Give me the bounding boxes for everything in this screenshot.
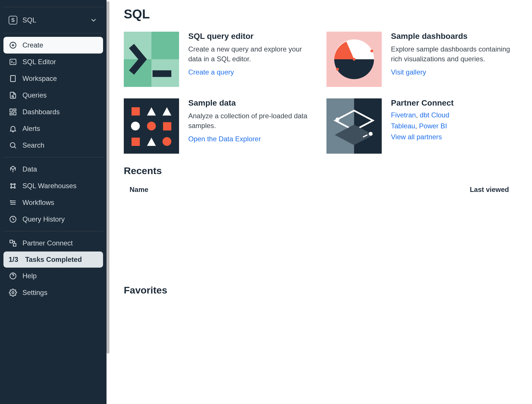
svg-rect-3 xyxy=(10,59,16,65)
sidebar-item-data[interactable]: Data xyxy=(3,161,103,178)
fivetran-link[interactable]: Fivetran xyxy=(391,111,416,119)
main-content: SQL SQL query editor Create a new query … xyxy=(107,0,532,404)
svg-point-19 xyxy=(11,184,12,185)
scrollbar[interactable] xyxy=(107,1,109,354)
svg-rect-49 xyxy=(132,107,140,116)
sidebar-item-queries[interactable]: Queries xyxy=(3,87,103,104)
svg-point-7 xyxy=(12,96,13,97)
sidebar: S SQL Create SQL Editor Workspace Querie… xyxy=(0,0,107,404)
svg-rect-42 xyxy=(153,70,171,77)
svg-rect-32 xyxy=(13,243,16,246)
sidebar-item-label: Data xyxy=(22,165,37,173)
divider xyxy=(3,33,103,33)
sidebar-item-label: Settings xyxy=(22,289,48,297)
sidebar-brand-switcher[interactable]: S SQL xyxy=(3,11,103,30)
sidebar-item-partner-connect[interactable]: Partner Connect xyxy=(3,235,103,251)
svg-point-57 xyxy=(162,137,171,146)
sidebar-item-label: Query History xyxy=(22,215,65,223)
card-sample-dashboards: Sample dashboards Explore sample dashboa… xyxy=(326,32,515,87)
sidebar-item-search[interactable]: Search xyxy=(3,137,103,154)
sidebar-item-label: Help xyxy=(22,272,37,280)
card-desc: Analyze a collection of pre-loaded data … xyxy=(188,111,312,130)
svg-point-52 xyxy=(131,122,140,131)
scrollbar-thumb[interactable] xyxy=(107,1,109,354)
chevron-down-icon xyxy=(89,16,98,24)
dashboard-icon xyxy=(9,108,17,116)
sidebar-item-workspace[interactable]: Workspace xyxy=(3,70,103,87)
open-data-explorer-link[interactable]: Open the Data Explorer xyxy=(188,135,261,143)
sidebar-item-tasks-completed[interactable]: 1/3 Tasks Completed xyxy=(3,251,103,268)
sidebar-item-query-history[interactable]: Query History xyxy=(3,211,103,228)
dbt-cloud-link[interactable]: dbt Cloud xyxy=(420,111,449,119)
card-sql-editor: SQL query editor Create a new query and … xyxy=(124,32,312,87)
workflows-icon xyxy=(9,198,17,207)
svg-rect-11 xyxy=(14,112,16,115)
sidebar-item-create[interactable]: Create xyxy=(3,37,103,54)
partner-row-1: Fivetran, dbt Cloud xyxy=(391,111,454,119)
help-icon xyxy=(9,272,17,280)
sidebar-item-label: Workflows xyxy=(22,199,54,207)
visit-gallery-link[interactable]: Visit gallery xyxy=(391,68,426,76)
svg-rect-58 xyxy=(326,98,354,154)
terminal-icon xyxy=(9,58,17,66)
brand-icon: S xyxy=(9,16,17,24)
svg-line-8 xyxy=(13,97,14,98)
partner-icon xyxy=(9,239,17,247)
plus-circle-icon xyxy=(9,41,17,49)
sidebar-item-label: Queries xyxy=(22,91,47,99)
create-query-link[interactable]: Create a query xyxy=(188,68,234,76)
svg-rect-9 xyxy=(10,109,12,112)
svg-point-45 xyxy=(353,58,356,61)
sidebar-item-help[interactable]: Help xyxy=(3,268,103,284)
sidebar-item-settings[interactable]: Settings xyxy=(3,284,103,301)
svg-point-62 xyxy=(336,117,339,121)
sidebar-item-label: Search xyxy=(22,141,44,149)
sample-data-thumb-icon xyxy=(124,98,179,154)
partner-row-2: Tableau, Power BI xyxy=(391,122,454,130)
divider xyxy=(3,231,103,231)
sidebar-item-alerts[interactable]: Alerts xyxy=(3,120,103,137)
file-search-icon xyxy=(9,91,17,100)
svg-rect-39 xyxy=(151,32,179,59)
svg-rect-10 xyxy=(14,109,16,111)
recents-table-head: Name Last viewed xyxy=(124,182,515,197)
card-sample-data: Sample data Analyze a collection of pre-… xyxy=(124,98,312,154)
svg-rect-55 xyxy=(132,138,140,146)
recents-empty xyxy=(124,197,515,278)
svg-rect-59 xyxy=(354,98,382,154)
partner-connect-thumb-icon xyxy=(326,98,382,154)
landing-cards: SQL query editor Create a new query and … xyxy=(124,32,515,154)
svg-point-46 xyxy=(370,49,373,52)
notebook-icon xyxy=(9,74,17,83)
sidebar-item-label: Create xyxy=(22,41,43,49)
view-all-partners-link[interactable]: View all partners xyxy=(391,133,442,141)
sql-editor-thumb-icon xyxy=(124,32,179,87)
svg-point-37 xyxy=(12,292,14,294)
sidebar-item-sql-editor[interactable]: SQL Editor xyxy=(3,54,103,70)
card-title: Sample data xyxy=(188,98,312,108)
gear-icon xyxy=(9,288,17,297)
warehouse-icon xyxy=(9,182,17,190)
favorites-heading: Favorites xyxy=(124,285,515,296)
svg-point-21 xyxy=(11,187,12,188)
svg-marker-15 xyxy=(11,166,15,170)
sidebar-item-sql-warehouses[interactable]: SQL Warehouses xyxy=(3,178,103,194)
svg-line-14 xyxy=(14,147,16,148)
svg-rect-5 xyxy=(11,76,15,82)
svg-rect-12 xyxy=(10,113,12,115)
card-desc: Explore sample dashboards containing ric… xyxy=(391,44,515,64)
recents-table: Name Last viewed xyxy=(124,182,515,278)
sidebar-item-dashboards[interactable]: Dashboards xyxy=(3,104,103,120)
recents-heading: Recents xyxy=(124,165,515,176)
clock-icon xyxy=(9,215,17,224)
card-title: Partner Connect xyxy=(391,98,454,108)
sidebar-item-label: SQL Editor xyxy=(22,58,56,66)
data-icon xyxy=(9,165,17,174)
card-desc: Create a new query and explore your data… xyxy=(188,44,312,64)
tableau-link[interactable]: Tableau xyxy=(391,122,415,130)
svg-rect-54 xyxy=(163,122,171,131)
sidebar-item-workflows[interactable]: Workflows xyxy=(3,194,103,211)
svg-point-47 xyxy=(336,68,339,71)
power-bi-link[interactable]: Power BI xyxy=(419,122,447,130)
tasks-count: 1/3 xyxy=(9,256,18,264)
